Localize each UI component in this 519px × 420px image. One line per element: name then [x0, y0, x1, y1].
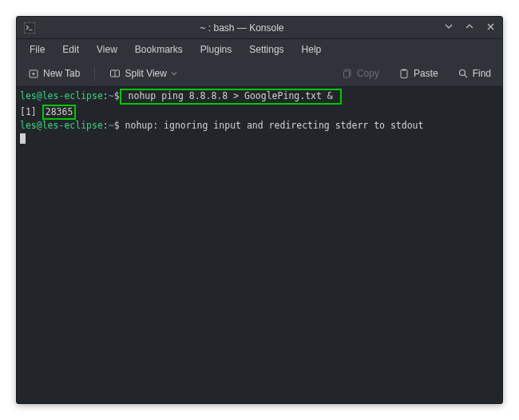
menu-edit[interactable]: Edit	[54, 41, 87, 58]
job-prefix: [1]	[20, 106, 42, 117]
prompt-path: ~	[109, 90, 114, 101]
new-tab-button[interactable]: New Tab	[23, 65, 85, 82]
menu-bookmarks[interactable]: Bookmarks	[127, 41, 191, 58]
find-button[interactable]: Find	[453, 65, 496, 82]
svg-point-11	[459, 69, 465, 75]
menubar: File Edit View Bookmarks Plugins Setting…	[17, 39, 502, 60]
paste-button[interactable]: Paste	[394, 65, 443, 82]
copy-label: Copy	[357, 68, 379, 79]
konsole-window: ~ : bash — Konsole File Edit View Bookma…	[16, 16, 503, 404]
new-tab-icon	[28, 68, 39, 79]
menu-plugins[interactable]: Plugins	[192, 41, 240, 58]
search-icon	[458, 68, 469, 79]
terminal-line-1: les@les-eclipse:~$ nohup ping 8.8.8.8 > …	[20, 89, 499, 105]
split-view-label: Split View	[125, 68, 166, 79]
copy-button[interactable]: Copy	[337, 65, 384, 82]
prompt-user: les@les-eclipse	[20, 120, 103, 131]
prompt-user: les@les-eclipse	[20, 90, 103, 101]
svg-rect-10	[402, 69, 406, 70]
window-title: ~ : bash — Konsole	[41, 22, 443, 34]
app-icon	[23, 22, 36, 34]
maximize-button[interactable]	[464, 22, 475, 34]
cursor	[20, 133, 26, 144]
toolbar: New Tab Split View Copy Paste	[17, 60, 502, 87]
prompt-sep: :	[103, 90, 109, 101]
prompt-path: ~	[109, 120, 114, 131]
window-controls	[443, 22, 496, 34]
highlighted-command: nohup ping 8.8.8.8 > GooglePing.txt &	[120, 89, 342, 105]
menu-file[interactable]: File	[22, 41, 53, 58]
titlebar: ~ : bash — Konsole	[17, 17, 502, 39]
highlighted-pid: 28365	[42, 105, 77, 121]
menu-view[interactable]: View	[89, 41, 125, 58]
menu-settings[interactable]: Settings	[241, 41, 291, 58]
nohup-output: nohup: ignoring input and redirecting st…	[120, 120, 424, 131]
find-label: Find	[473, 68, 491, 79]
paste-label: Paste	[414, 68, 438, 79]
svg-rect-0	[24, 22, 35, 34]
minimize-button[interactable]	[443, 22, 454, 34]
toolbar-separator	[94, 66, 95, 81]
menu-help[interactable]: Help	[294, 41, 330, 58]
terminal-area[interactable]: les@les-eclipse:~$ nohup ping 8.8.8.8 > …	[17, 87, 502, 403]
svg-rect-8	[343, 71, 349, 77]
prompt-dollar: $	[114, 90, 120, 101]
svg-line-12	[464, 74, 466, 77]
split-view-button[interactable]: Split View	[105, 65, 181, 82]
terminal-line-2: [1] 28365	[20, 105, 499, 121]
paste-icon	[398, 68, 410, 79]
terminal-line-cursor	[20, 133, 499, 145]
close-button[interactable]	[485, 22, 496, 34]
chevron-down-icon	[171, 68, 177, 79]
terminal-line-3: les@les-eclipse:~$ nohup: ignoring input…	[20, 120, 499, 133]
prompt-dollar: $	[114, 120, 120, 131]
prompt-sep: :	[103, 120, 109, 131]
copy-icon	[342, 68, 353, 79]
new-tab-label: New Tab	[43, 68, 80, 79]
svg-rect-9	[401, 69, 407, 77]
split-view-icon	[109, 68, 121, 79]
